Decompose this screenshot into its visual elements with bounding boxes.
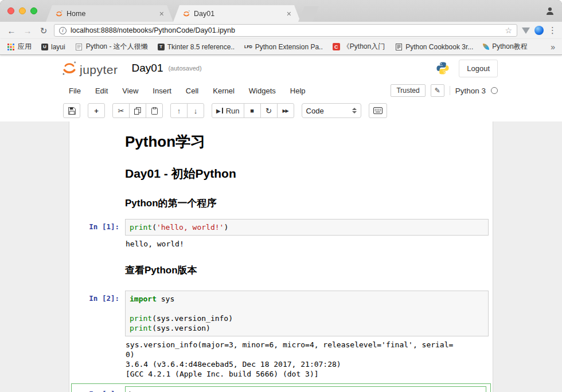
markdown-cell-section1[interactable]: Python的第一个程序 <box>69 182 493 210</box>
reload-icon[interactable]: ↻ <box>38 26 49 35</box>
jupyter-favicon-icon <box>182 10 190 18</box>
new-tab-button[interactable] <box>298 6 319 22</box>
code-cell-1-output: hello, world! <box>69 236 493 249</box>
extension-triangle-icon[interactable] <box>522 28 530 34</box>
code-cell-3-editing[interactable]: In [ ]: <box>71 383 491 392</box>
logout-button[interactable]: Logout <box>459 60 498 77</box>
window-controls <box>7 7 37 14</box>
bookmark-star-icon[interactable]: ☆ <box>505 26 512 35</box>
markdown-cell-subtitle[interactable]: Day01 - 初始Python <box>69 152 493 182</box>
page-icon <box>75 43 83 51</box>
notebook-title[interactable]: Day01 <box>132 62 163 75</box>
notebook-area: Python学习 Day01 - 初始Python Python的第一个程序 I… <box>0 121 562 392</box>
address-bar[interactable]: i localhost:8888/notebooks/PythonCode/Da… <box>54 24 517 37</box>
tab-home[interactable]: Home × <box>46 5 173 22</box>
run-cell-button[interactable]: ▶ Run <box>212 103 244 118</box>
page-info-icon[interactable]: i <box>59 27 67 34</box>
menu-cell[interactable]: Cell <box>186 87 198 95</box>
menu-file[interactable]: File <box>69 87 81 95</box>
restart-kernel-button[interactable]: ↻ <box>260 103 278 118</box>
empty-prompt <box>69 249 125 277</box>
bookmark-layui[interactable]: U layui <box>41 43 65 51</box>
code-editor[interactable] <box>125 386 486 392</box>
zoom-window-button[interactable] <box>30 7 37 14</box>
bookmark-label: Python - 这个人很懒 <box>86 42 148 52</box>
close-window-button[interactable] <box>7 7 14 14</box>
feather-icon <box>483 44 489 50</box>
menu-insert[interactable]: Insert <box>153 87 171 95</box>
code-token: sys <box>157 295 174 303</box>
tab-day01[interactable]: Day01 × <box>173 5 300 22</box>
code-editor[interactable]: import sysprint(sys.version_info)print(s… <box>125 291 489 336</box>
minimize-window-button[interactable] <box>19 7 26 14</box>
cell-type-value: Code <box>306 107 324 115</box>
jupyter-header: jupyter Day01 (autosaved) Logout <box>0 55 562 81</box>
select-arrows-icon <box>352 108 357 113</box>
copy-icon <box>134 107 141 115</box>
paste-cell-button[interactable] <box>146 103 163 118</box>
lfd-icon: LFD <box>244 45 252 49</box>
move-cell-down-button[interactable]: ↓ <box>187 103 204 118</box>
jupyter-logo[interactable]: jupyter <box>61 60 118 77</box>
bookmark-python-extensions[interactable]: LFD Python Extension Pa.. <box>244 43 323 51</box>
tab-strip: Home × Day01 × <box>0 0 562 22</box>
input-prompt: In [ ]: <box>72 386 125 392</box>
back-icon[interactable]: ← <box>6 26 17 35</box>
floppy-icon <box>68 107 76 115</box>
bookmark-python-tutorial[interactable]: Python教程 <box>483 42 527 52</box>
copy-cell-button[interactable] <box>129 103 146 118</box>
heading-3: 查看Python版本 <box>125 264 489 277</box>
bookmark-apps[interactable]: 应用 <box>7 42 32 52</box>
code-cell-1[interactable]: In [1]: print('hello, world!') <box>69 219 493 236</box>
jupyter-favicon-icon <box>55 10 63 18</box>
menu-help[interactable]: Help <box>290 87 306 95</box>
trusted-button[interactable]: Trusted <box>391 84 425 97</box>
tab-close-icon[interactable]: × <box>287 10 291 18</box>
bookmarks-overflow-icon[interactable]: » <box>551 42 555 52</box>
empty-prompt <box>69 182 125 210</box>
bookmark-python-intro[interactable]: C 《Python入门 <box>333 42 385 52</box>
python-logo-icon <box>435 61 450 76</box>
jupyter-logo-icon <box>61 60 78 77</box>
save-button[interactable] <box>63 103 80 118</box>
paste-icon <box>151 107 158 115</box>
menu-edit[interactable]: Edit <box>95 87 108 95</box>
menu-widgets[interactable]: Widgets <box>249 87 276 95</box>
bookmark-label: 《Python入门 <box>343 42 385 52</box>
cut-cell-button[interactable]: ✂ <box>112 103 130 118</box>
markdown-cell-section2[interactable]: 查看Python版本 <box>69 249 493 277</box>
code-token: (sys.version) <box>152 324 210 332</box>
profile-avatar-icon[interactable] <box>545 6 555 15</box>
bookmark-tkinter[interactable]: T Tkinter 8.5 reference.. <box>158 43 235 51</box>
run-label: Run <box>226 107 240 115</box>
menu-kernel[interactable]: Kernel <box>213 87 235 95</box>
bookmark-python-cookbook[interactable]: Python Cookbook 3r... <box>395 43 473 51</box>
forward-icon[interactable]: → <box>22 26 33 35</box>
csdn-icon: C <box>333 43 340 50</box>
bookmark-label: Python教程 <box>492 42 527 52</box>
add-cell-button[interactable]: + <box>88 103 105 118</box>
extension-globe-icon[interactable] <box>534 26 544 35</box>
layui-icon: U <box>41 44 48 50</box>
tab-close-icon[interactable]: × <box>159 10 164 18</box>
command-palette-button[interactable] <box>369 103 387 118</box>
header-right: Logout <box>435 60 498 77</box>
cell-output-text: hello, world! <box>125 236 489 249</box>
output-prompt <box>69 336 125 379</box>
url-text[interactable]: localhost:8888/notebooks/PythonCode/Day0… <box>71 26 501 34</box>
kernel-idle-icon <box>491 87 498 94</box>
browser-menu-icon[interactable]: ⋮ <box>548 25 556 36</box>
code-token: print <box>130 223 152 232</box>
bookmark-python-blog[interactable]: Python - 这个人很懒 <box>75 42 148 52</box>
move-cell-up-button[interactable]: ↑ <box>170 103 188 118</box>
notebook-toolbar: + ✂ ↑ ↓ ▶ Ru <box>0 100 562 121</box>
markdown-cell-title[interactable]: Python学习 <box>69 128 493 152</box>
cell-type-dropdown[interactable]: Code <box>302 103 361 118</box>
code-editor[interactable]: print('hello, world!') <box>125 219 489 236</box>
restart-run-all-button[interactable]: ▶▶ <box>277 103 294 118</box>
menu-view[interactable]: View <box>122 87 138 95</box>
autosave-status: (autosaved) <box>168 65 201 72</box>
heading-3: Python的第一个程序 <box>125 197 489 210</box>
code-cell-2[interactable]: In [2]: import sysprint(sys.version_info… <box>69 291 493 336</box>
interrupt-kernel-button[interactable]: ■ <box>244 103 261 118</box>
